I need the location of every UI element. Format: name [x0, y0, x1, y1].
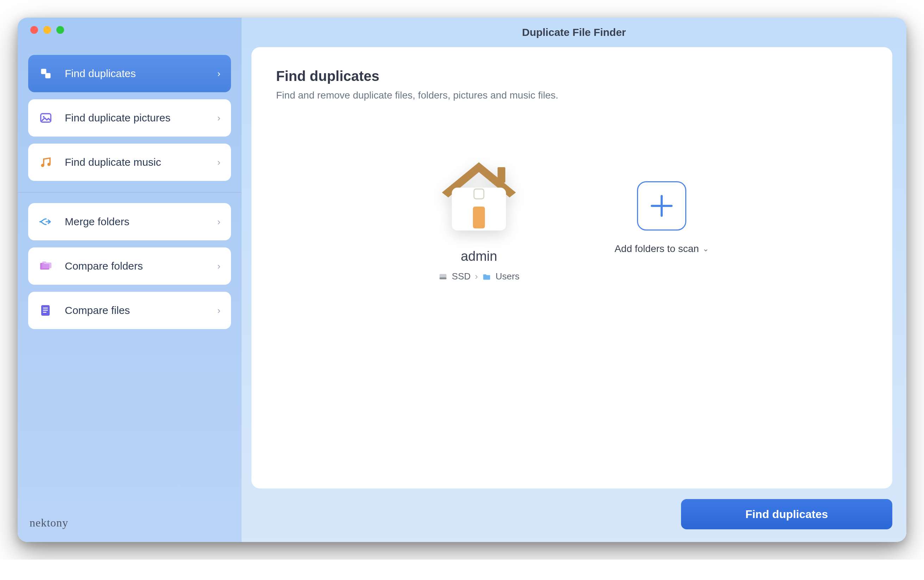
brand-logo: nektony: [30, 516, 68, 529]
chevron-right-icon: ›: [475, 271, 478, 282]
sidebar-item-find-pictures[interactable]: Find duplicate pictures ›: [28, 99, 231, 137]
chevron-right-icon: ›: [217, 261, 220, 272]
plus-icon: [648, 192, 676, 220]
duplicates-icon: [39, 66, 53, 81]
chevron-right-icon: ›: [217, 305, 220, 316]
add-folder: Add folders to scan ⌄: [614, 181, 709, 254]
svg-rect-14: [473, 207, 485, 228]
sidebar-item-find-music[interactable]: Find duplicate music ›: [28, 143, 231, 181]
svg-rect-9: [43, 310, 48, 311]
svg-rect-8: [43, 308, 48, 309]
svg-rect-13: [474, 189, 484, 199]
scan-targets: admin SSD › Users: [276, 154, 868, 282]
svg-rect-11: [498, 167, 505, 183]
sidebar-item-label: Find duplicate pictures: [65, 112, 217, 124]
svg-point-5: [41, 164, 45, 167]
sidebar-item-merge-folders[interactable]: Merge folders ›: [28, 203, 231, 241]
window-controls: [30, 26, 231, 34]
find-duplicates-button[interactable]: Find duplicates: [681, 499, 892, 529]
page-title: Find duplicates: [276, 68, 868, 84]
svg-rect-1: [45, 73, 51, 79]
home-folder-icon: [435, 154, 523, 236]
sidebar-divider: [18, 192, 242, 193]
app-window: Find duplicates › Find duplicate picture…: [18, 18, 906, 542]
svg-rect-0: [41, 69, 46, 74]
sidebar-item-label: Find duplicates: [65, 68, 217, 79]
sidebar-item-find-duplicates[interactable]: Find duplicates ›: [28, 55, 231, 92]
window-title: Duplicate File Finder: [522, 26, 626, 38]
chevron-right-icon: ›: [217, 157, 220, 168]
add-folder-dropdown[interactable]: Add folders to scan ⌄: [614, 243, 709, 254]
sidebar-item-label: Find duplicate music: [65, 156, 217, 168]
sidebar-item-compare-folders[interactable]: Compare folders ›: [28, 247, 231, 285]
minimize-icon[interactable]: [43, 26, 51, 34]
svg-rect-16: [439, 277, 447, 279]
svg-rect-10: [43, 312, 46, 313]
folder-path: SSD › Users: [439, 271, 520, 282]
sidebar-item-compare-files[interactable]: Compare files ›: [28, 292, 231, 329]
path-segment: SSD: [452, 271, 470, 282]
close-icon[interactable]: [30, 26, 38, 34]
page-subtitle: Find and remove duplicate files, folders…: [276, 90, 868, 101]
compare-folders-icon: [39, 259, 53, 273]
folder-name: admin: [460, 249, 497, 264]
sidebar-item-label: Merge folders: [65, 216, 217, 228]
chevron-down-icon: ⌄: [703, 244, 709, 254]
content-panel: Find duplicates Find and remove duplicat…: [251, 47, 892, 488]
path-segment: Users: [495, 271, 520, 282]
svg-point-4: [43, 116, 45, 118]
main-area: Duplicate File Finder Find duplicates Fi…: [242, 18, 906, 542]
sidebar: Find duplicates › Find duplicate picture…: [18, 18, 242, 542]
svg-point-6: [48, 163, 51, 166]
merge-icon: [39, 215, 53, 229]
music-icon: [39, 155, 53, 169]
footer: Find duplicates: [242, 488, 906, 542]
titlebar: Duplicate File Finder: [242, 18, 906, 47]
pictures-icon: [39, 111, 53, 125]
folder-icon: [482, 272, 491, 281]
add-folder-label: Add folders to scan: [614, 243, 699, 254]
disk-icon: [439, 272, 447, 281]
maximize-icon[interactable]: [56, 26, 64, 34]
sidebar-item-label: Compare files: [65, 305, 217, 316]
add-folder-button[interactable]: [637, 181, 686, 231]
chevron-right-icon: ›: [217, 113, 220, 124]
sidebar-item-label: Compare folders: [65, 260, 217, 272]
selected-folder[interactable]: admin SSD › Users: [435, 154, 523, 282]
compare-files-icon: [39, 303, 53, 318]
chevron-right-icon: ›: [217, 68, 220, 79]
chevron-right-icon: ›: [217, 216, 220, 227]
